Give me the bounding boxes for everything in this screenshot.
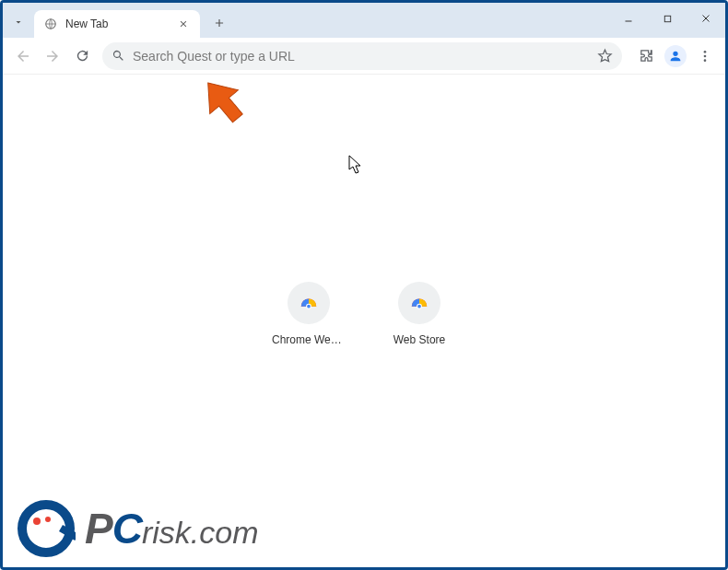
svg-point-3 [704, 54, 707, 57]
kebab-icon [698, 49, 712, 64]
arrow-left-icon [15, 48, 31, 64]
minimize-icon [623, 13, 634, 24]
maximize-button[interactable] [655, 8, 679, 29]
star-icon [597, 48, 613, 64]
menu-button[interactable] [692, 43, 718, 69]
reload-button[interactable] [69, 43, 95, 69]
maximize-icon [663, 14, 673, 24]
new-tab-button[interactable] [207, 11, 231, 35]
profile-button[interactable] [664, 45, 687, 67]
watermark-text: PCrisk.com [85, 504, 258, 553]
omnibox[interactable] [102, 42, 622, 70]
shortcut-tile [288, 282, 330, 324]
tab-title: New Tab [65, 17, 169, 30]
browser-tab[interactable]: New Tab [34, 10, 200, 38]
tabs-dropdown-button[interactable] [8, 12, 29, 32]
titlebar: New Tab [3, 3, 725, 38]
minimize-button[interactable] [616, 8, 640, 29]
shortcut-chrome-web[interactable]: Chrome Web... [272, 282, 346, 346]
new-tab-page: Chrome Web... Web Store [6, 75, 722, 564]
chrome-store-icon [409, 293, 429, 313]
chrome-store-icon [299, 293, 319, 313]
shortcut-label: Web Store [393, 333, 445, 346]
address-input[interactable] [133, 49, 590, 64]
pcrisk-logo-icon [17, 499, 76, 558]
shortcut-grid: Chrome Web... Web Store [272, 282, 456, 346]
bookmark-button[interactable] [597, 48, 613, 64]
svg-point-11 [45, 517, 51, 522]
person-icon [668, 49, 683, 64]
search-icon [112, 49, 125, 63]
svg-point-4 [704, 59, 707, 62]
svg-point-2 [704, 51, 707, 53]
tab-close-button[interactable] [176, 17, 191, 31]
toolbar [3, 38, 725, 75]
close-icon [179, 19, 188, 29]
svg-point-8 [417, 305, 421, 308]
reload-icon [75, 48, 90, 64]
forward-button[interactable] [40, 43, 65, 69]
shortcut-label: Chrome Web... [272, 333, 346, 346]
svg-point-10 [33, 518, 41, 525]
svg-point-6 [307, 305, 311, 308]
window-controls [616, 8, 718, 29]
plus-icon [213, 17, 226, 29]
globe-icon [43, 17, 58, 31]
chevron-down-icon [13, 17, 24, 28]
puzzle-icon [639, 48, 654, 64]
close-window-button[interactable] [694, 8, 718, 29]
watermark: PCrisk.com [17, 499, 258, 558]
back-button[interactable] [10, 43, 36, 69]
arrow-right-icon [44, 48, 61, 64]
svg-rect-1 [664, 16, 670, 21]
shortcut-tile [398, 282, 440, 324]
extensions-button[interactable] [633, 43, 659, 69]
shortcut-web-store[interactable]: Web Store [382, 282, 456, 346]
close-icon [700, 13, 711, 24]
